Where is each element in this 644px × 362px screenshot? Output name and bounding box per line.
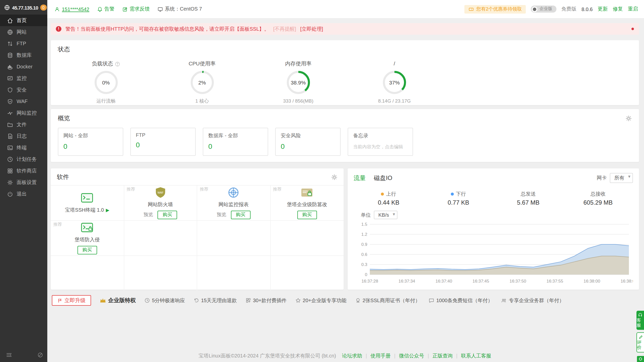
floating-widgets: 客服 评价: [636, 311, 644, 352]
cron-clock-icon: [7, 156, 13, 162]
cpu-gauge: CPU使用率 2% 1 核心: [154, 58, 250, 105]
sidebar-item-label: 网站监控: [17, 109, 37, 116]
restart-button[interactable]: 重启: [628, 6, 638, 13]
coupon-banner[interactable]: 您有2个优惠券待领取: [465, 5, 526, 13]
tile-name: 网站防火墙: [148, 201, 173, 208]
sidebar-item-website[interactable]: 网站: [0, 26, 47, 38]
sidebar-item-cron[interactable]: 计划任务: [0, 153, 47, 165]
feedback-link[interactable]: 需求反馈: [122, 6, 150, 13]
software-settings-icon[interactable]: [331, 174, 338, 180]
software-tile-ssh-terminal[interactable]: 宝塔SSH终端 1.0 ▶: [51, 186, 124, 221]
svg-text:1.2: 1.2: [361, 232, 367, 237]
sidebar-item-waf[interactable]: WAF: [0, 96, 47, 107]
tab-traffic[interactable]: 流量: [354, 174, 366, 182]
app-store-icon: [7, 168, 13, 174]
disk-percent: 37%: [382, 70, 407, 95]
alert-count-badge[interactable]: 0: [40, 5, 47, 11]
buy-button[interactable]: 购买: [231, 211, 251, 219]
sidebar-item-database[interactable]: 数据库: [0, 49, 47, 61]
overview-box-databases[interactable]: 数据库 - 全部 0: [203, 128, 268, 156]
overview-card: 概览 网站 - 全部 0 FTP 0 数据库 - 全部 0: [51, 109, 639, 162]
settings-gear-icon: [7, 179, 13, 185]
upgrade-now-button[interactable]: 立即升级: [52, 295, 91, 306]
promo-item-refund[interactable]: 15天无理由退款: [193, 297, 237, 304]
review-tab[interactable]: 评价: [636, 332, 644, 352]
os-icon: [157, 6, 163, 12]
sidebar-item-home[interactable]: 首页: [0, 15, 47, 26]
buy-button[interactable]: 购买: [158, 211, 177, 219]
promo-item-response[interactable]: 5分钟极速响应: [144, 297, 185, 304]
overview-settings-icon[interactable]: [625, 115, 632, 122]
footer-link-wechat[interactable]: 微信公众号: [391, 352, 424, 359]
sidebar-item-app-store[interactable]: 软件商店: [0, 165, 47, 176]
sidebar-item-terminal[interactable]: 终端: [0, 142, 47, 153]
footer-link-forum[interactable]: 论坛求助: [342, 352, 362, 359]
status-card: 状态 负载状态 0% 运行流畅: [51, 40, 639, 105]
sidebar-item-monitor[interactable]: 监控: [0, 72, 47, 84]
edition-label: 免费版: [561, 6, 577, 13]
sidebar-item-logs[interactable]: 日志: [0, 130, 47, 142]
overview-box-security-risk[interactable]: 安全风险 0: [275, 128, 341, 156]
buy-button[interactable]: 购买: [77, 246, 97, 254]
tab-disk-io[interactable]: 磁盘IO: [374, 174, 392, 182]
overview-title: 概览: [58, 114, 70, 123]
overview-box-websites[interactable]: 网站 - 全部 0: [58, 128, 123, 156]
sidebar-item-ftp[interactable]: FTP: [0, 38, 47, 49]
sidebar-item-logout[interactable]: 退出: [0, 188, 47, 200]
software-tile-intrusion[interactable]: 推荐 堡塔防入侵 购买: [51, 221, 124, 256]
sidebar-item-site-monitor[interactable]: 网站监控: [0, 107, 47, 119]
promo-item-sms[interactable]: 1000条免费短信（年付）: [429, 297, 493, 304]
footer-link-support[interactable]: 联系人工客服: [453, 352, 491, 359]
empty-cell: [197, 221, 270, 256]
software-tile-site-report[interactable]: 推荐 网站监控报表 预览 购买: [197, 186, 270, 221]
footer: 宝塔Linux面板©2014-2024 广东堡塔安全技术有限公司 (bt.cn)…: [51, 352, 639, 359]
dismiss-warning-link[interactable]: [不再提醒]: [273, 25, 296, 32]
repair-button[interactable]: 修复: [613, 6, 623, 13]
hide-modules-icon[interactable]: [37, 352, 43, 358]
svg-text:16:37:40: 16:37:40: [435, 279, 452, 284]
handle-warning-link[interactable]: [立即处理]: [300, 25, 323, 32]
alert-link[interactable]: 告警: [97, 6, 114, 13]
status-gauges: 负载状态 0% 运行流畅 CPU使用率: [58, 58, 442, 105]
collapse-menu-icon[interactable]: [6, 352, 12, 358]
promo-bar: 立即升级 企业版特权 5分钟极速响应 15天无理由退款 30+款付费插件: [51, 295, 639, 306]
recommend-tag: 推荐: [53, 222, 62, 228]
enterprise-privileges[interactable]: 企业版特权: [100, 297, 136, 304]
overview-box-ftp[interactable]: FTP 0: [130, 128, 196, 156]
databases-count: 0: [208, 142, 263, 150]
software-tile-tamper-proof[interactable]: 推荐 堡塔企业级防篡改 购买: [270, 186, 344, 221]
help-icon[interactable]: [114, 61, 120, 67]
footer-link-manual[interactable]: 使用手册: [362, 352, 391, 359]
update-button[interactable]: 更新: [598, 6, 608, 13]
clock-icon: [144, 298, 150, 303]
promo-item-ssl-cert[interactable]: 2张SSL商用证书（年付）: [355, 297, 420, 304]
intrusion-icon: [81, 222, 94, 234]
user-account-link[interactable]: 151****4542: [54, 6, 89, 12]
unit-select[interactable]: KB/s: [374, 211, 397, 219]
stat-upstream: 上行 0.44 KB: [354, 189, 424, 206]
sidebar-item-files[interactable]: 文件: [0, 119, 47, 130]
sidebar-item-label: 计划任务: [17, 156, 37, 163]
run-ssh-terminal-button[interactable]: ▶: [106, 208, 109, 213]
svg-text:16:37:28: 16:37:28: [361, 279, 378, 284]
software-tile-waf[interactable]: 推荐 WAF 网站防火墙 预览 购买: [124, 186, 197, 221]
promo-item-plugins[interactable]: 30+款付费插件: [245, 297, 287, 304]
server-ip-header[interactable]: 45.77.135.10 0: [0, 0, 47, 15]
chat-corner-button[interactable]: [637, 356, 644, 362]
promo-item-business-group[interactable]: 专享企业业务群（年付）: [501, 297, 564, 304]
footer-link-license-check[interactable]: 正版查询: [424, 352, 453, 359]
preview-link[interactable]: 预览: [217, 212, 226, 218]
preview-link[interactable]: 预览: [144, 212, 153, 218]
sidebar-item-panel-settings[interactable]: 面板设置: [0, 176, 47, 188]
overview-box-memo[interactable]: 备忘录 当前内容为空，点击编辑: [348, 128, 413, 156]
nic-select[interactable]: 所有: [610, 173, 633, 183]
buy-button[interactable]: 购买: [297, 211, 317, 219]
plan-toggle-badge[interactable]: 企业版: [531, 6, 556, 13]
tamper-proof-icon: [301, 187, 314, 199]
sidebar-item-security[interactable]: 安全: [0, 84, 47, 96]
server-ip: 45.77.135.10: [12, 5, 38, 10]
customer-service-tab[interactable]: 客服: [636, 311, 644, 330]
star-icon: [295, 298, 301, 303]
promo-item-features[interactable]: 20+企业版专享功能: [295, 297, 346, 304]
sidebar-item-docker[interactable]: Docker: [0, 61, 47, 72]
